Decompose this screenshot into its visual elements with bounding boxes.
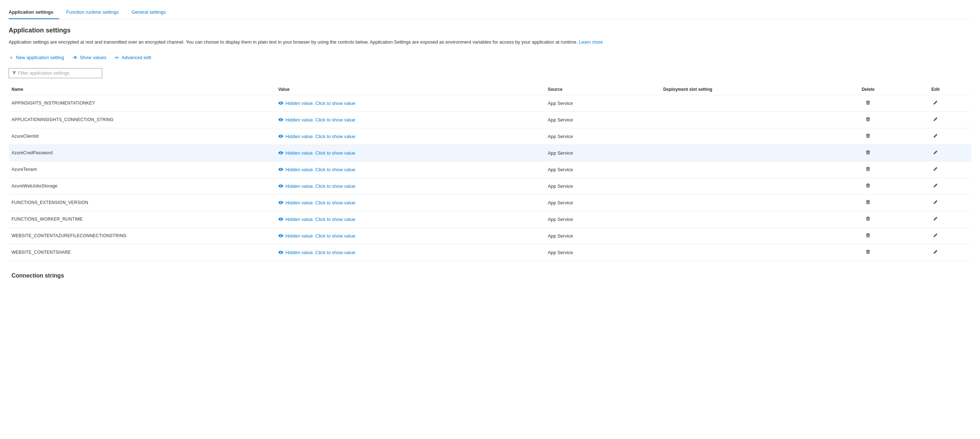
setting-delete[interactable] xyxy=(837,145,904,161)
filter-input-wrapper: ⧩ xyxy=(9,68,102,78)
setting-edit[interactable] xyxy=(904,161,971,178)
setting-delete[interactable] xyxy=(837,227,904,244)
eye-icon xyxy=(278,134,283,139)
setting-delete[interactable] xyxy=(837,178,904,194)
show-value-link[interactable]: Hidden value. Click to show value xyxy=(278,200,544,206)
svg-rect-19 xyxy=(867,200,869,200)
setting-value[interactable]: Hidden value. Click to show value xyxy=(278,211,548,227)
filter-application-settings-input[interactable] xyxy=(18,70,99,76)
edit-button[interactable] xyxy=(931,165,940,174)
edit-button[interactable] xyxy=(931,231,940,240)
svg-point-0 xyxy=(280,103,281,104)
svg-point-3 xyxy=(280,119,281,120)
setting-value[interactable]: Hidden value. Click to show value xyxy=(278,112,548,128)
application-settings-table: Name Value Source Deployment slot settin… xyxy=(9,84,971,261)
delete-button[interactable] xyxy=(863,198,873,207)
show-value-link[interactable]: Hidden value. Click to show value xyxy=(278,167,544,172)
svg-rect-28 xyxy=(867,249,869,250)
edit-pencil-icon xyxy=(933,166,938,172)
setting-value[interactable]: Hidden value. Click to show value xyxy=(278,95,548,112)
show-value-link[interactable]: Hidden value. Click to show value xyxy=(278,184,544,189)
setting-slot xyxy=(663,244,836,260)
show-value-link[interactable]: Hidden value. Click to show value xyxy=(278,233,544,239)
setting-edit[interactable] xyxy=(904,145,971,161)
pencil-icon: ✏ xyxy=(115,55,119,61)
setting-value[interactable]: Hidden value. Click to show value xyxy=(278,161,548,178)
edit-button[interactable] xyxy=(931,132,940,141)
setting-delete[interactable] xyxy=(837,211,904,227)
svg-point-15 xyxy=(280,186,281,187)
show-value-link[interactable]: Hidden value. Click to show value xyxy=(278,117,544,123)
tab-function-runtime-settings[interactable]: Function runtime settings xyxy=(66,6,124,19)
setting-delete[interactable] xyxy=(837,112,904,128)
edit-button[interactable] xyxy=(931,248,940,257)
delete-button[interactable] xyxy=(863,248,873,257)
tab-general-settings[interactable]: General settings xyxy=(131,6,171,19)
edit-button[interactable] xyxy=(931,99,940,108)
setting-edit[interactable] xyxy=(904,178,971,194)
setting-delete[interactable] xyxy=(837,161,904,178)
svg-rect-10 xyxy=(867,150,869,151)
show-values-button[interactable]: 👁 Show values xyxy=(73,53,107,62)
edit-button[interactable] xyxy=(931,198,940,207)
show-value-link[interactable]: Hidden value. Click to show value xyxy=(278,101,544,106)
delete-button[interactable] xyxy=(863,115,873,125)
delete-button[interactable] xyxy=(863,215,873,224)
new-application-setting-button[interactable]: ＋ New application setting xyxy=(9,53,64,62)
learn-more-link[interactable]: Learn more xyxy=(579,39,603,45)
show-value-link[interactable]: Hidden value. Click to show value xyxy=(278,217,544,222)
setting-value[interactable]: Hidden value. Click to show value xyxy=(278,194,548,211)
show-value-link[interactable]: Hidden value. Click to show value xyxy=(278,250,544,255)
svg-rect-4 xyxy=(867,117,869,118)
setting-name: AzureTenant xyxy=(9,161,278,178)
table-row: APPINSIGHTS_INSTRUMENTATIONKEY Hidden va… xyxy=(9,95,971,112)
setting-edit[interactable] xyxy=(904,211,971,227)
tab-application-settings[interactable]: Application settings xyxy=(9,6,59,19)
setting-name: FUNCTIONS_EXTENSION_VERSION xyxy=(9,194,278,211)
show-value-link[interactable]: Hidden value. Click to show value xyxy=(278,150,544,156)
setting-edit[interactable] xyxy=(904,227,971,244)
table-row: AzureClientId Hidden value. Click to sho… xyxy=(9,128,971,145)
setting-delete[interactable] xyxy=(837,244,904,260)
setting-source: App Service xyxy=(547,145,663,161)
setting-edit[interactable] xyxy=(904,194,971,211)
setting-edit[interactable] xyxy=(904,128,971,145)
setting-edit[interactable] xyxy=(904,95,971,112)
eye-icon xyxy=(278,217,283,222)
setting-value[interactable]: Hidden value. Click to show value xyxy=(278,244,548,260)
table-row: AzureWebJobsStorage Hidden value. Click … xyxy=(9,178,971,194)
setting-value[interactable]: Hidden value. Click to show value xyxy=(278,145,548,161)
setting-value[interactable]: Hidden value. Click to show value xyxy=(278,178,548,194)
plus-icon: ＋ xyxy=(9,54,14,61)
edit-button[interactable] xyxy=(931,115,940,125)
advanced-edit-button[interactable]: ✏ Advanced edit xyxy=(115,53,151,62)
trash-icon xyxy=(865,216,870,221)
show-value-link[interactable]: Hidden value. Click to show value xyxy=(278,134,544,139)
tabs-nav: Application settings Function runtime se… xyxy=(9,6,971,19)
edit-button[interactable] xyxy=(931,215,940,224)
edit-button[interactable] xyxy=(931,182,940,191)
edit-pencil-icon xyxy=(933,216,938,221)
setting-name: AzureWebJobsStorage xyxy=(9,178,278,194)
svg-point-6 xyxy=(280,136,281,137)
setting-edit[interactable] xyxy=(904,112,971,128)
setting-delete[interactable] xyxy=(837,95,904,112)
delete-button[interactable] xyxy=(863,165,873,174)
setting-edit[interactable] xyxy=(904,244,971,260)
delete-button[interactable] xyxy=(863,231,873,240)
delete-button[interactable] xyxy=(863,148,873,158)
filter-icon: ⧩ xyxy=(12,70,16,76)
setting-slot xyxy=(663,112,836,128)
delete-button[interactable] xyxy=(863,132,873,141)
setting-source: App Service xyxy=(547,194,663,211)
setting-value[interactable]: Hidden value. Click to show value xyxy=(278,227,548,244)
edit-pencil-icon xyxy=(933,183,938,188)
delete-button[interactable] xyxy=(863,182,873,191)
setting-value[interactable]: Hidden value. Click to show value xyxy=(278,128,548,145)
delete-button[interactable] xyxy=(863,99,873,108)
edit-button[interactable] xyxy=(931,148,940,158)
setting-slot xyxy=(663,211,836,227)
column-header-slot: Deployment slot setting xyxy=(663,84,836,95)
setting-delete[interactable] xyxy=(837,194,904,211)
setting-delete[interactable] xyxy=(837,128,904,145)
